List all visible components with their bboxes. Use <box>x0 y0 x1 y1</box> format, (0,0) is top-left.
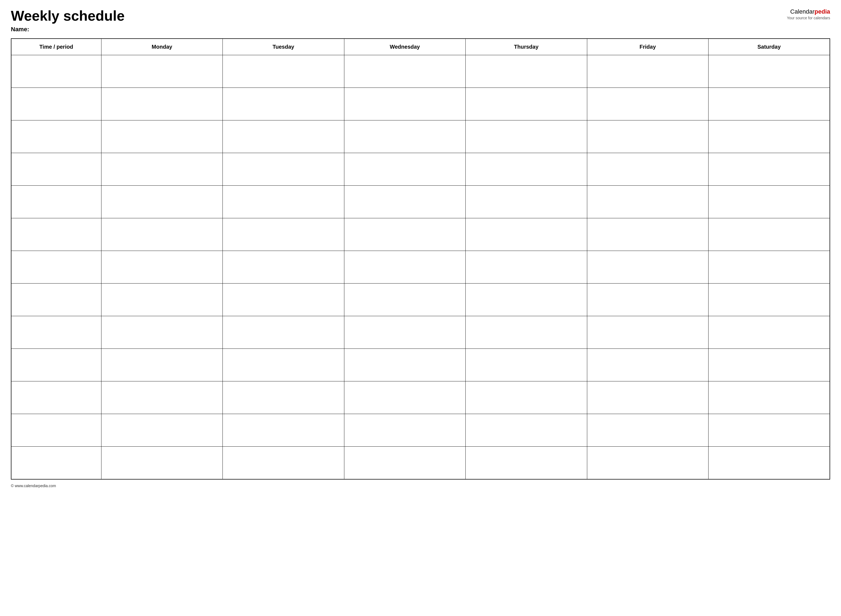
day-cell <box>709 283 830 316</box>
time-cell <box>11 283 101 316</box>
day-cell <box>223 414 344 447</box>
table-row <box>11 88 830 120</box>
day-cell <box>587 349 708 381</box>
day-cell <box>466 349 587 381</box>
day-cell <box>223 186 344 218</box>
col-header-friday: Friday <box>587 39 708 55</box>
day-cell <box>344 88 465 120</box>
col-header-tuesday: Tuesday <box>223 39 344 55</box>
day-cell <box>101 381 222 414</box>
table-row <box>11 120 830 153</box>
day-cell <box>344 55 465 88</box>
logo-pedia: pedia <box>815 8 830 15</box>
day-cell <box>709 55 830 88</box>
day-cell <box>709 316 830 349</box>
table-row <box>11 251 830 283</box>
day-cell <box>587 381 708 414</box>
time-cell <box>11 316 101 349</box>
day-cell <box>709 88 830 120</box>
title-area: Weekly schedule Name: <box>11 8 125 33</box>
day-cell <box>223 153 344 186</box>
day-cell <box>101 349 222 381</box>
time-cell <box>11 218 101 251</box>
schedule-body <box>11 55 830 479</box>
day-cell <box>709 381 830 414</box>
table-row <box>11 283 830 316</box>
day-cell <box>344 283 465 316</box>
day-cell <box>223 88 344 120</box>
table-row <box>11 316 830 349</box>
time-cell <box>11 88 101 120</box>
day-cell <box>101 55 222 88</box>
logo-text: Calendarpedia <box>790 8 830 15</box>
day-cell <box>101 88 222 120</box>
table-row <box>11 186 830 218</box>
day-cell <box>223 349 344 381</box>
col-header-saturday: Saturday <box>709 39 830 55</box>
day-cell <box>344 153 465 186</box>
day-cell <box>587 283 708 316</box>
day-cell <box>709 120 830 153</box>
day-cell <box>466 120 587 153</box>
day-cell <box>344 251 465 283</box>
day-cell <box>466 186 587 218</box>
time-cell <box>11 349 101 381</box>
day-cell <box>344 218 465 251</box>
day-cell <box>101 414 222 447</box>
table-row <box>11 414 830 447</box>
day-cell <box>466 251 587 283</box>
day-cell <box>587 251 708 283</box>
col-header-monday: Monday <box>101 39 222 55</box>
name-label: Name: <box>11 26 125 33</box>
day-cell <box>587 447 708 479</box>
day-cell <box>466 153 587 186</box>
day-cell <box>101 186 222 218</box>
day-cell <box>223 120 344 153</box>
time-cell <box>11 186 101 218</box>
col-header-thursday: Thursday <box>466 39 587 55</box>
table-row <box>11 381 830 414</box>
day-cell <box>587 186 708 218</box>
time-cell <box>11 55 101 88</box>
day-cell <box>223 55 344 88</box>
day-cell <box>344 349 465 381</box>
time-cell <box>11 381 101 414</box>
table-row <box>11 55 830 88</box>
day-cell <box>466 381 587 414</box>
day-cell <box>709 218 830 251</box>
table-header-row: Time / period Monday Tuesday Wednesday T… <box>11 39 830 55</box>
day-cell <box>101 218 222 251</box>
day-cell <box>101 153 222 186</box>
day-cell <box>587 414 708 447</box>
day-cell <box>466 414 587 447</box>
day-cell <box>587 316 708 349</box>
day-cell <box>223 447 344 479</box>
day-cell <box>587 55 708 88</box>
day-cell <box>587 120 708 153</box>
day-cell <box>223 381 344 414</box>
footer-url: © www.calendarpedia.com <box>11 484 56 488</box>
day-cell <box>101 447 222 479</box>
day-cell <box>466 55 587 88</box>
logo-area: Calendarpedia Your source for calendars <box>787 8 830 20</box>
day-cell <box>587 88 708 120</box>
day-cell <box>709 349 830 381</box>
table-row <box>11 447 830 479</box>
day-cell <box>466 218 587 251</box>
day-cell <box>344 120 465 153</box>
day-cell <box>709 447 830 479</box>
day-cell <box>223 316 344 349</box>
day-cell <box>344 316 465 349</box>
day-cell <box>101 316 222 349</box>
logo-calendar: Calendar <box>790 8 815 15</box>
day-cell <box>466 316 587 349</box>
day-cell <box>223 283 344 316</box>
time-cell <box>11 447 101 479</box>
day-cell <box>466 283 587 316</box>
time-cell <box>11 251 101 283</box>
schedule-table: Time / period Monday Tuesday Wednesday T… <box>11 38 830 480</box>
col-header-wednesday: Wednesday <box>344 39 465 55</box>
day-cell <box>101 283 222 316</box>
day-cell <box>344 414 465 447</box>
day-cell <box>101 120 222 153</box>
